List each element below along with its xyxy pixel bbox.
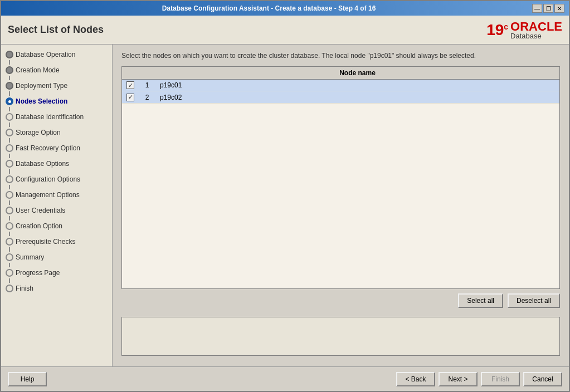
oracle-version: 19c <box>486 21 508 39</box>
sidebar-label-prerequisite-checks: Prerequisite Checks <box>16 238 75 246</box>
sidebar-label-user-credentials: User Credentials <box>16 207 65 214</box>
step-connector-7 <box>9 169 10 174</box>
select-buttons-area: Select all Deselect all <box>121 289 560 312</box>
sidebar-item-fast-recovery-option: Fast Recovery Option <box>1 143 112 154</box>
sidebar-label-summary: Summary <box>16 253 44 261</box>
sidebar-item-database-identification[interactable]: Database Identification <box>1 111 112 122</box>
oracle-text: ORACLE Database <box>510 19 562 40</box>
col-header-nodename: Node name <box>155 67 559 80</box>
step-indicator-fast-recovery-option <box>6 144 13 152</box>
oracle-logo: 19c ORACLE Database <box>486 19 562 40</box>
next-button[interactable]: Next > <box>439 372 478 386</box>
close-button[interactable]: ✕ <box>554 4 564 13</box>
row-nodename-1: p19c02 <box>155 91 559 104</box>
step-indicator-database-operation <box>6 51 13 58</box>
sidebar-item-creation-option: Creation Option <box>1 220 112 232</box>
sidebar-label-configuration-options: Configuration Options <box>16 175 80 183</box>
step-connector-10 <box>9 216 10 220</box>
cancel-button[interactable]: Cancel <box>523 372 562 386</box>
sidebar-label-fast-recovery-option: Fast Recovery Option <box>16 144 80 152</box>
content-panel: Select the nodes on which you want to cr… <box>113 45 569 366</box>
step-connector-1 <box>9 76 10 80</box>
col-header-number <box>139 67 155 80</box>
step-indicator-management-options <box>6 191 13 199</box>
instruction-text: Select the nodes on which you want to cr… <box>121 51 560 61</box>
step-connector-8 <box>9 185 10 189</box>
bottom-bar: Help < Back Next > Finish Cancel <box>1 366 569 391</box>
back-button[interactable]: < Back <box>396 372 435 386</box>
row-number-1: 2 <box>139 91 155 104</box>
sidebar-label-finish: Finish <box>16 285 33 292</box>
step-connector-14 <box>9 278 10 283</box>
step-indicator-database-identification <box>6 113 13 121</box>
sidebar-item-user-credentials: User Credentials <box>1 205 112 216</box>
sidebar-label-database-identification: Database Identification <box>16 113 84 121</box>
sidebar-label-database-operation: Database Operation <box>16 51 75 58</box>
checkbox-icon-0[interactable] <box>126 81 134 89</box>
step-indicator-deployment-type <box>6 82 13 90</box>
checkbox-icon-1[interactable] <box>126 94 134 101</box>
sidebar-item-storage-option: Storage Option <box>1 127 112 138</box>
step-connector-3 <box>9 107 10 111</box>
deselect-all-button[interactable]: Deselect all <box>508 293 560 308</box>
row-checkbox-1[interactable] <box>122 91 139 104</box>
finish-button[interactable]: Finish <box>481 372 520 386</box>
step-indicator-configuration-options <box>6 175 13 183</box>
sidebar-item-progress-page: Progress Page <box>1 267 112 278</box>
step-indicator-summary <box>6 253 13 261</box>
minimize-button[interactable]: — <box>532 4 542 13</box>
window-title: Database Configuration Assistant - Creat… <box>6 4 532 12</box>
title-bar: Database Configuration Assistant - Creat… <box>1 1 569 16</box>
sidebar-item-configuration-options: Configuration Options <box>1 174 112 185</box>
step-connector-13 <box>9 263 10 267</box>
step-indicator-creation-mode <box>6 66 13 74</box>
nodes-table: Node name 1p19c012p19c02 <box>122 67 559 104</box>
sidebar-item-database-operation[interactable]: Database Operation <box>1 49 112 60</box>
row-nodename-0: p19c01 <box>155 79 559 91</box>
row-checkbox-0[interactable] <box>122 79 139 91</box>
step-connector-11 <box>9 232 10 236</box>
window-controls: — ❐ ✕ <box>532 4 564 13</box>
info-panel <box>121 317 560 356</box>
sidebar-item-summary: Summary <box>1 252 112 263</box>
step-indicator-finish <box>6 285 13 292</box>
maximize-button[interactable]: ❐ <box>543 4 553 13</box>
step-indicator-nodes-selection <box>6 97 13 105</box>
sidebar-item-creation-mode[interactable]: Creation Mode <box>1 65 112 76</box>
step-connector-2 <box>9 91 10 96</box>
table-row[interactable]: 2p19c02 <box>122 91 559 104</box>
sidebar-label-progress-page: Progress Page <box>16 269 60 277</box>
sidebar-label-database-options: Database Options <box>16 160 69 168</box>
nodes-table-container: Node name 1p19c012p19c02 <box>121 66 560 289</box>
sidebar-label-creation-mode: Creation Mode <box>16 66 60 74</box>
sidebar-item-management-options: Management Options <box>1 189 112 200</box>
step-connector-9 <box>9 200 10 205</box>
table-row[interactable]: 1p19c01 <box>122 79 559 91</box>
step-connector-6 <box>9 154 10 158</box>
main-area: Database OperationCreation ModeDeploymen… <box>1 45 569 366</box>
step-connector-5 <box>9 138 10 143</box>
step-indicator-storage-option <box>6 129 13 136</box>
sidebar-label-storage-option: Storage Option <box>16 129 61 136</box>
step-indicator-progress-page <box>6 269 13 277</box>
sidebar-label-creation-option: Creation Option <box>16 222 62 230</box>
sidebar-item-finish: Finish <box>1 283 112 294</box>
step-connector-12 <box>9 247 10 252</box>
sidebar-item-deployment-type[interactable]: Deployment Type <box>1 80 112 91</box>
select-all-button[interactable]: Select all <box>458 293 503 308</box>
sidebar-item-nodes-selection[interactable]: Nodes Selection <box>1 96 112 107</box>
help-button[interactable]: Help <box>8 372 47 386</box>
content-area: Select List of Nodes 19c ORACLE Database… <box>1 16 569 391</box>
step-indicator-creation-option <box>6 222 13 230</box>
main-window: Database Configuration Assistant - Creat… <box>0 0 570 392</box>
sidebar-item-prerequisite-checks: Prerequisite Checks <box>1 236 112 247</box>
step-indicator-database-options <box>6 160 13 168</box>
sidebar: Database OperationCreation ModeDeploymen… <box>1 45 113 366</box>
step-indicator-prerequisite-checks <box>6 238 13 246</box>
sidebar-item-database-options: Database Options <box>1 158 112 169</box>
step-connector-4 <box>9 122 10 127</box>
sidebar-label-management-options: Management Options <box>16 191 80 199</box>
sidebar-label-nodes-selection: Nodes Selection <box>16 97 67 105</box>
page-title: Select List of Nodes <box>8 24 104 36</box>
col-header-checkbox <box>122 67 139 80</box>
